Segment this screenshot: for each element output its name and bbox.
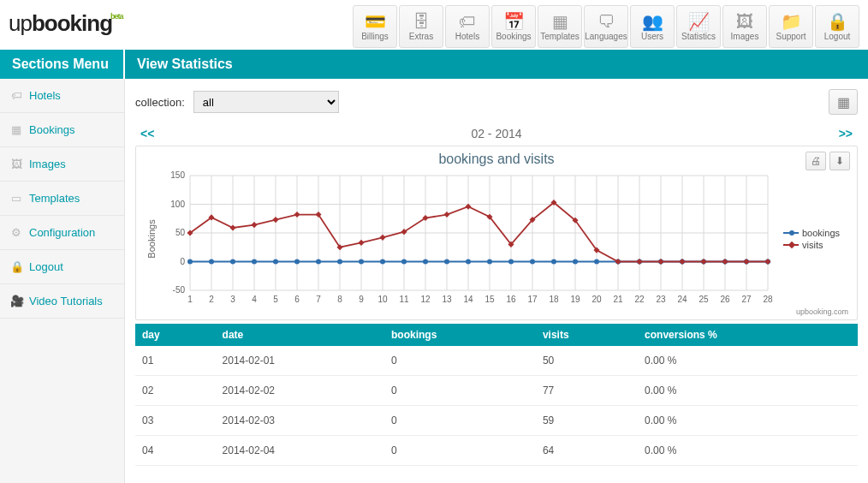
topnav-extras[interactable]: 🗄Extras [399,5,443,48]
cell: 0.00 % [638,346,858,376]
svg-text:9: 9 [359,295,364,304]
svg-point-73 [316,259,321,265]
sidebar-item-logout[interactable]: 🔒Logout [0,250,124,284]
top-nav: 💳Billings🗄Extras🏷Hotels📅Bookings▦Templat… [353,5,859,48]
support-icon: 📁 [781,13,802,30]
page-title: View Statistics [125,50,868,79]
svg-rect-99 [272,217,278,223]
sidebar-item-bookings[interactable]: ▦Bookings [0,113,124,147]
sidebar-item-hotels[interactable]: 🏷Hotels [0,79,124,113]
svg-rect-97 [229,224,235,230]
month-label: 02 - 2014 [471,127,521,140]
sidebar-item-video-tutorials[interactable]: 🎥Video Tutorials [0,284,124,319]
sidebar-item-label: Templates [29,192,80,205]
topnav-label: Logout [824,32,851,41]
sidebar-item-images[interactable]: 🖼Images [0,147,124,182]
topnav-logout[interactable]: 🔒Logout [815,5,859,48]
cell: 0 [384,346,536,376]
topbar: upbookingbeta 💳Billings🗄Extras🏷Hotels📅Bo… [0,0,868,50]
topnav-templates[interactable]: ▦Templates [538,5,582,48]
cell: 01 [135,346,216,376]
topnav-billings[interactable]: 💳Billings [353,5,397,48]
svg-rect-117 [657,259,663,265]
statistics-icon: 📈 [688,13,710,30]
cell: 2014-02-01 [216,346,384,376]
sidebar-item-label: Bookings [29,123,74,136]
topnav-label: Statistics [681,32,716,41]
extras-icon: 🗄 [413,13,430,30]
bookings-icon: ▦ [10,123,22,136]
topnav-label: Images [731,32,759,41]
topnav-images[interactable]: 🖼Images [722,5,767,48]
logo-prefix: up [9,10,32,36]
table-row: 022014-02-020770.00 % [135,376,858,406]
svg-point-69 [230,259,235,265]
cell: 77 [536,376,638,406]
topnav-users[interactable]: 👥Users [630,5,675,48]
svg-text:7: 7 [316,295,321,304]
users-icon: 👥 [642,13,663,30]
svg-text:100: 100 [170,200,185,209]
topnav-label: Support [776,32,806,41]
table-row: 012014-02-010500.00 % [135,346,858,376]
grid-toggle-button[interactable]: ▦ [829,89,858,115]
sidebar: 🏷Hotels▦Bookings🖼Images▭Templates⚙Config… [0,79,125,483]
svg-text:50: 50 [175,228,186,237]
logout-icon: 🔒 [10,260,22,273]
billings-icon: 💳 [365,13,386,30]
svg-point-86 [594,259,599,265]
svg-text:20: 20 [592,295,602,304]
table-header-row: daydatebookingsvisitsconversions % [135,324,858,346]
topnav-label: Templates [540,32,580,41]
sidebar-item-label: Images [29,158,66,170]
topnav-bookings[interactable]: 📅Bookings [491,5,536,48]
sidebar-item-templates[interactable]: ▭Templates [0,182,124,216]
cell: 50 [536,346,638,376]
svg-rect-103 [358,240,364,246]
svg-text:25: 25 [699,295,709,304]
col-bookings: bookings [384,324,536,346]
topnav-hotels[interactable]: 🏷Hotels [445,5,490,48]
configuration-icon: ⚙ [10,226,22,239]
topnav-label: Extras [409,32,433,41]
cell: 2014-02-04 [216,436,384,466]
cell: 04 [135,436,216,466]
svg-text:1: 1 [187,295,193,304]
legend-item-bookings: bookings [783,228,840,238]
col-conversions--: conversions % [638,324,858,346]
svg-point-83 [530,259,535,265]
prev-month-button[interactable]: << [140,127,154,140]
svg-text:26: 26 [720,295,730,304]
topnav-support[interactable]: 📁Support [769,5,813,48]
logo-badge: beta [110,12,123,21]
collection-select[interactable]: all [193,91,339,113]
svg-rect-119 [700,259,706,265]
svg-rect-116 [636,259,642,265]
cell: 0 [384,376,536,406]
print-chart-button[interactable]: 🖨 [806,152,826,170]
col-day: day [135,324,216,346]
chart-plot: -500501001501234567891011121314151617181… [143,170,776,307]
svg-point-79 [444,259,449,265]
month-nav: << 02 - 2014 >> [135,123,858,146]
sidebar-item-configuration[interactable]: ⚙Configuration [0,216,124,250]
svg-point-77 [401,259,407,265]
cell: 0 [384,406,536,436]
topnav-statistics[interactable]: 📈Statistics [676,5,721,48]
download-chart-button[interactable]: ⬇ [829,152,850,170]
cell: 64 [536,436,638,466]
svg-text:8: 8 [337,295,342,304]
cell: 2014-02-02 [216,376,384,406]
svg-text:6: 6 [294,295,300,304]
hotels-icon: 🏷 [459,13,476,30]
svg-text:16: 16 [506,295,516,304]
svg-rect-98 [251,222,257,228]
svg-rect-122 [764,259,770,265]
topnav-languages[interactable]: 🗨Languages [584,5,628,48]
svg-point-71 [273,259,278,265]
topnav-label: Bookings [496,32,531,41]
logo: upbookingbeta [9,5,125,37]
next-month-button[interactable]: >> [839,127,853,140]
sections-menu-header: Sections Menu [0,50,125,79]
sidebar-item-label: Logout [29,260,63,273]
